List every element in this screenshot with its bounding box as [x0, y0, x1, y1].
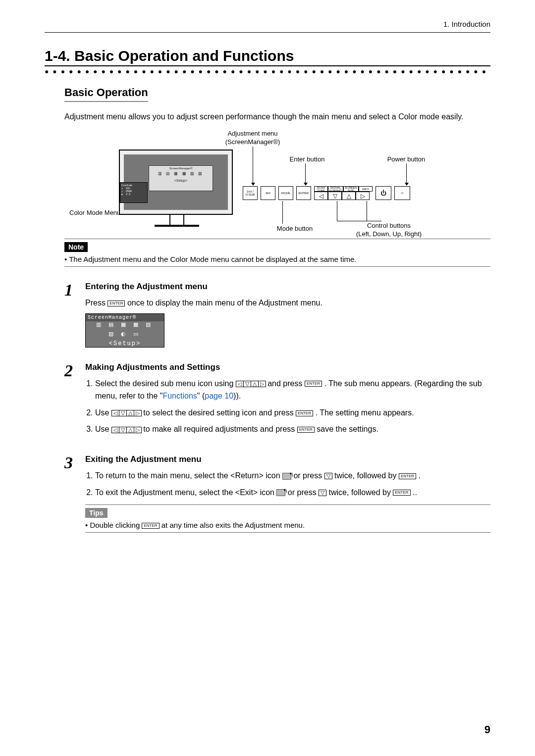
hw-btn-enter: ENTER [296, 186, 311, 200]
return-icon [282, 473, 291, 480]
shot-setup-label: <Setup> [109, 340, 141, 347]
note-rule-bottom [64, 266, 490, 267]
hw-btn-power: ⏻ [375, 186, 391, 200]
monitor-diagram: Adjustment menu (ScreenManager®) Enter b… [64, 130, 471, 229]
color-mode-window: Custom ✳ 10× ▯ 6500 ◐ 2.2 [120, 182, 148, 203]
leader-line [253, 147, 253, 185]
hw-btn-sdi: SDI [261, 186, 275, 200]
adjustment-menu-callout: Adjustment menu (ScreenManager®) [213, 130, 292, 147]
hw-label-signal: SIGNAL FORMAT [328, 186, 343, 192]
shot-icons-row2: ▨ ◐ ▭ [108, 331, 141, 337]
enter-keycap: ENTER [393, 490, 410, 496]
exit-icon [276, 489, 285, 496]
page-number: 9 [484, 723, 490, 736]
step2-item3: Use ◁▽△▷ to make all required adjustment… [95, 423, 490, 436]
note-text: • The Adjustment menu and the Color Mode… [64, 255, 490, 263]
mode-button-callout: Mode button [263, 225, 327, 233]
down-keycap: ▽ [324, 473, 332, 479]
leader-line [305, 163, 306, 185]
leader-line [367, 221, 381, 221]
step3-item1: To return to the main menu, select the <… [95, 469, 490, 482]
hw-btn-down: ▽ [328, 192, 342, 200]
leader-line [406, 163, 407, 185]
tips-text: • Double clicking ENTER at any time also… [85, 521, 490, 529]
step-number: 1 [64, 282, 85, 348]
enter-keycap: ENTER [399, 473, 416, 479]
down-keycap: ▽ [119, 427, 127, 433]
enter-keycap: ENTER [107, 301, 125, 306]
hw-btn-up: △ [342, 192, 356, 200]
step-2: 2 Making Adjustments and Settings Select… [64, 362, 490, 440]
step2-item2: Use ◁▽△▷ to select the desired setting i… [95, 406, 490, 419]
screenmanager-shot: ScreenManager® ▥ ▤ ▦ ▩ ▧ ▨ ◐ ▭ <Setup> [85, 313, 164, 348]
leader-line [337, 201, 337, 221]
functions-link[interactable]: Functions [162, 392, 197, 400]
down-keycap: ▽ [243, 381, 251, 387]
left-keycap: ◁ [111, 410, 119, 416]
header-rule [45, 32, 490, 33]
right-keycap: ▷ [258, 381, 266, 387]
enter-keycap: ENTER [297, 427, 315, 433]
step3-item2: To exit the Adjustment menu, select the … [95, 486, 490, 499]
enter-keycap: ENTER [142, 523, 159, 529]
step-text: Press ENTER once to display the main men… [85, 297, 490, 309]
right-keycap: ▷ [134, 410, 142, 416]
note-rule-top [64, 239, 490, 239]
hw-btn-dvi: DVI / D-SUB [243, 186, 258, 200]
leader-line [282, 201, 283, 224]
leader-line [337, 221, 367, 221]
page10-link[interactable]: page 10 [205, 392, 233, 400]
hw-btn-left: ◁ [314, 192, 328, 200]
step-title: Making Adjustments and Settings [85, 362, 490, 372]
power-button-callout: Power button [376, 155, 436, 164]
section-title: 1-4. Basic Operation and Functions [45, 48, 490, 66]
hw-label-scan: SCAN TYPE [314, 186, 328, 192]
down-keycap: ▽ [119, 410, 127, 416]
header-chapter: 1. Introduction [45, 20, 490, 28]
subsection-title: Basic Operation [64, 86, 148, 102]
step-title: Entering the Adjustment menu [85, 282, 490, 292]
enter-keycap: ENTER [296, 410, 313, 416]
tips-rule-bottom [85, 532, 490, 533]
shot-titlebar: ScreenManager® [86, 314, 164, 321]
note-badge: Note [64, 242, 88, 252]
shot-icons-row1: ▥ ▤ ▦ ▩ ▧ [96, 321, 154, 328]
step-number: 3 [64, 454, 85, 533]
intro-paragraph: Adjustment menu allows you to adjust scr… [64, 111, 490, 123]
tips-rule-top [85, 504, 490, 505]
up-keycap: △ [126, 427, 134, 433]
hw-btn-mode: MODE [278, 186, 293, 200]
tips-badge: Tips [85, 508, 107, 518]
hw-label-info: INFO [359, 186, 373, 192]
hw-button-bar: DVI / D-SUB SDI MODE ENTER SCAN TYPE SIG… [243, 186, 410, 200]
up-keycap: △ [126, 410, 134, 416]
enter-keycap: ENTER [305, 381, 322, 387]
right-keycap: ▷ [134, 427, 142, 433]
leader-line [367, 201, 367, 221]
down-keycap: ▽ [319, 490, 326, 496]
hw-label-screen: SCREEN SIZE [343, 186, 359, 192]
step-number: 2 [64, 362, 85, 440]
screenmanager-window: ScreenManager® ▥ ▤ ▦ ▩ ▧ ▨ <Setup> [149, 165, 213, 191]
left-keycap: ◁ [111, 427, 119, 433]
enter-button-callout: Enter button [277, 155, 337, 164]
up-keycap: △ [251, 381, 259, 387]
step-title: Exiting the Adjustment menu [85, 454, 490, 464]
hw-btn-right: ▷ [356, 192, 370, 200]
hw-indicator: ▭ [394, 186, 410, 200]
dotted-underline: ● ● ● ● ● ● ● ● ● ● ● ● ● ● ● ● ● ● ● ● … [45, 67, 490, 75]
monitor-graphic: ScreenManager® ▥ ▤ ▦ ▩ ▧ ▨ <Setup> Custo… [119, 150, 233, 215]
step2-item1: Select the desired sub menu icon using ◁… [95, 377, 490, 403]
left-keycap: ◁ [236, 381, 244, 387]
step-3: 3 Exiting the Adjustment menu To return … [64, 454, 490, 533]
control-buttons-callout: Control buttons (Left, Down, Up, Right) [342, 222, 436, 239]
step-1: 1 Entering the Adjustment menu Press ENT… [64, 282, 490, 348]
